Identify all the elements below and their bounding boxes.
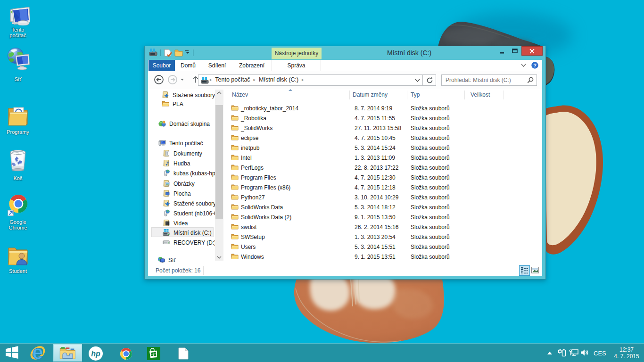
svg-text:e: e — [32, 346, 43, 361]
svg-text:?: ? — [533, 63, 537, 68]
svg-text:hp: hp — [91, 350, 100, 358]
